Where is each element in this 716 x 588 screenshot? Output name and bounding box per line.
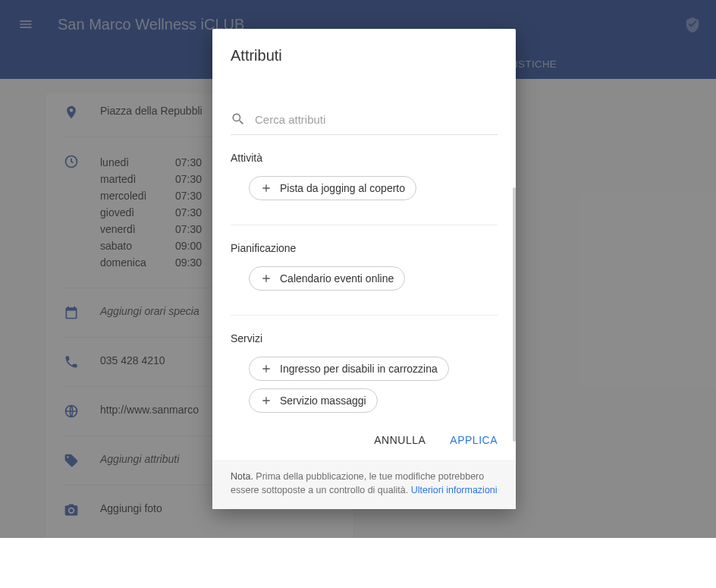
chip-label: Pista da jogging al coperto xyxy=(280,182,405,194)
attribute-chip[interactable]: Servizio massaggi xyxy=(249,388,378,413)
section-title: Pianificazione xyxy=(231,242,498,254)
chip-label: Calendario eventi online xyxy=(280,272,394,285)
more-info-link[interactable]: Ulteriori informazioni xyxy=(411,485,498,495)
attribute-chip[interactable]: Ingresso per disabili in carrozzina xyxy=(249,357,449,381)
dialog-actions: ANNULLA APPLICA xyxy=(212,420,516,460)
attribute-section: ServiziIngresso per disabili in carrozzi… xyxy=(231,316,498,420)
chip-label: Servizio massaggi xyxy=(280,395,366,407)
dialog-footer: Nota. Prima della pubblicazione, le tue … xyxy=(212,460,516,509)
search-row xyxy=(231,96,498,135)
attribute-chip[interactable]: Calendario eventi online xyxy=(249,266,405,291)
attributes-dialog: Attributi AttivitàPista da jogging al co… xyxy=(212,29,516,509)
dialog-title: Attributi xyxy=(212,29,516,74)
plus-icon xyxy=(260,395,272,407)
bottom-strip xyxy=(0,538,716,588)
attribute-section: AttivitàPista da jogging al coperto xyxy=(231,135,498,225)
section-title: Servizi xyxy=(231,332,498,344)
plus-icon xyxy=(260,182,272,194)
search-icon xyxy=(231,112,246,127)
section-title: Attività xyxy=(231,152,498,164)
search-input[interactable] xyxy=(255,113,498,126)
apply-button[interactable]: APPLICA xyxy=(450,434,498,446)
note-label: Nota. xyxy=(231,471,253,482)
scrollbar[interactable] xyxy=(513,187,516,442)
plus-icon xyxy=(260,272,272,285)
attribute-chip[interactable]: Pista da jogging al coperto xyxy=(249,176,416,200)
cancel-button[interactable]: ANNULLA xyxy=(374,434,426,446)
attribute-section: PianificazioneCalendario eventi online xyxy=(231,225,498,316)
chip-label: Ingresso per disabili in carrozzina xyxy=(280,363,438,375)
plus-icon xyxy=(260,363,272,375)
